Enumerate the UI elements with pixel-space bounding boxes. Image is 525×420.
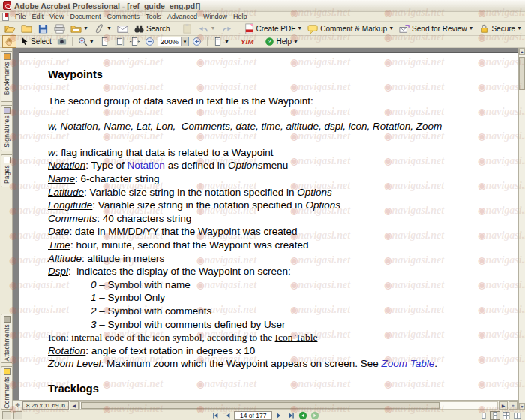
first-page-button[interactable] <box>210 411 220 420</box>
doc-text: – Symbol with comments <box>97 305 212 316</box>
snapshot-tool-button[interactable] <box>55 35 69 48</box>
yahoo-messenger-button[interactable]: Y!M <box>238 36 256 47</box>
menu-document[interactable]: Document <box>67 12 104 21</box>
previous-view-button[interactable] <box>298 411 308 420</box>
zoom-in-icon <box>192 37 202 46</box>
continuous-facing-icon <box>502 412 510 419</box>
menu-window[interactable]: Window <box>200 12 230 21</box>
previous-page-button[interactable] <box>222 411 232 420</box>
email-button[interactable] <box>115 22 130 36</box>
menu-file[interactable]: File <box>12 12 29 21</box>
menu-advanced[interactable]: Advanced <box>164 12 200 21</box>
doc-line: Notation: Type of Notation as defined in… <box>48 159 506 172</box>
tab-pages[interactable]: Pages <box>1 154 12 188</box>
tab-bookmarks[interactable]: Bookmarks <box>1 51 12 102</box>
help-button[interactable]: ? Help ▼ <box>262 35 301 48</box>
redo-icon <box>221 23 232 34</box>
menu-comments[interactable]: Comments <box>104 12 142 21</box>
zoom-level-combobox[interactable]: 200% ▼ <box>158 37 189 46</box>
document-status-icon[interactable] <box>2 411 11 419</box>
doc-text: 3 <box>91 319 97 330</box>
print-button[interactable] <box>52 22 68 36</box>
scroll-down-button[interactable]: ▼ <box>519 403 525 410</box>
scroll-left-button[interactable]: ◀ <box>70 401 79 410</box>
last-page-icon <box>287 412 296 419</box>
zoom-tool-dropdown-button[interactable]: ▼ <box>76 35 97 48</box>
doc-text: Icon Table <box>275 332 318 343</box>
zoom-out-button[interactable] <box>142 35 157 48</box>
organizer-dropdown-button[interactable]: ▼ <box>68 22 91 36</box>
secure-label: Secure <box>491 25 515 33</box>
single-page-layout-button[interactable] <box>478 411 489 420</box>
continuous-layout-button[interactable] <box>490 411 500 420</box>
organizer-icon <box>70 23 82 34</box>
comment-markup-button[interactable]: Comment & Markup ▼ <box>305 22 396 36</box>
horizontal-scrollbar: ✛ 8.26 x 11.69 in ◀ ▶ » <box>13 400 518 410</box>
zoom-in-button[interactable] <box>190 35 204 48</box>
menu-tools[interactable]: Tools <box>142 12 164 21</box>
toolbar-separator <box>235 37 236 46</box>
secure-button[interactable]: Secure ▼ <box>476 22 524 36</box>
fit-page-icon <box>115 37 124 46</box>
page-number-field[interactable]: 14 of 177 <box>234 411 272 420</box>
doc-text: Time <box>48 239 70 250</box>
navigation-panel-tabs: Bookmarks Signatures Pages Attachments C… <box>0 48 13 410</box>
chevron-down-icon[interactable]: ▼ <box>181 38 188 46</box>
open-button[interactable] <box>2 22 18 36</box>
doc-text: Options <box>305 200 340 211</box>
redo-button[interactable] <box>219 22 235 36</box>
actual-size-button[interactable] <box>98 35 112 48</box>
fit-page-button[interactable] <box>112 35 127 48</box>
doc-link[interactable]: Notation <box>128 160 165 171</box>
doc-link[interactable]: Zoom Table <box>381 358 434 369</box>
save-button[interactable] <box>35 22 51 36</box>
section-heading-waypoints: Waypoints <box>48 68 506 82</box>
definition-list: w: flag indicating that data is related … <box>48 146 506 370</box>
dropdown-arrow-icon: ▼ <box>517 26 522 31</box>
clipboard-button[interactable] <box>179 22 195 36</box>
menu-edit[interactable]: Edit <box>29 12 47 21</box>
next-page-button[interactable] <box>274 411 284 420</box>
select-tool-button[interactable]: Select <box>17 35 54 48</box>
clipboard-icon <box>182 23 193 34</box>
fit-width-button[interactable] <box>128 35 142 48</box>
create-pdf-label: Create PDF <box>256 25 296 33</box>
menu-view[interactable]: View <box>46 12 67 21</box>
menu-help[interactable]: Help <box>230 12 250 21</box>
last-page-button[interactable] <box>286 411 296 420</box>
doc-text: 2 <box>91 305 97 316</box>
horizontal-scroll-track[interactable] <box>80 401 498 410</box>
next-view-button[interactable] <box>310 411 320 420</box>
hand-tool-button[interactable] <box>2 35 16 48</box>
previous-view-icon <box>298 411 308 420</box>
tab-pages-label: Pages <box>3 165 10 184</box>
page-display-dropdown-button[interactable]: ▼ <box>211 35 232 48</box>
scroll-up-button[interactable]: ▲ <box>519 48 525 55</box>
comment-bubble-icon <box>308 23 319 34</box>
single-page-icon <box>480 412 488 419</box>
horizontal-scroll-thumb[interactable] <box>81 402 440 409</box>
create-pdf-button[interactable]: Create PDF ▼ <box>242 22 305 36</box>
facing-layout-button[interactable] <box>512 411 523 420</box>
send-for-review-button[interactable]: Send for Review ▼ <box>397 22 476 36</box>
comment-markup-label: Comment & Markup <box>320 25 387 33</box>
scroll-right-button[interactable]: ▶ <box>499 401 508 410</box>
pdf-page: Waypoints The second group of data saved… <box>19 52 518 400</box>
pan-handle-icon[interactable]: ✛ <box>14 402 22 409</box>
continuous-facing-layout-button[interactable] <box>501 411 512 420</box>
tab-comments[interactable]: Comments <box>1 366 12 410</box>
expand-scrollbar-button[interactable]: » <box>508 401 518 410</box>
tab-signatures[interactable]: Signatures <box>1 105 12 152</box>
attach-dropdown-button[interactable]: ▼ <box>92 22 114 36</box>
doc-line: Altitude: altitude in meters <box>48 252 506 266</box>
doc-text: Altitude <box>48 253 82 264</box>
paperclip-icon <box>94 23 105 34</box>
undo-dropdown-button[interactable]: ▼ <box>196 22 218 36</box>
organizer-open-button[interactable] <box>19 22 34 36</box>
vertical-scroll-thumb[interactable] <box>519 57 525 90</box>
tab-attachments[interactable]: Attachments <box>1 314 12 363</box>
lock-icon <box>478 23 490 34</box>
doc-line: Longitude: Variable size string in the n… <box>48 199 506 212</box>
search-button[interactable]: Search <box>131 22 172 36</box>
security-status-icon[interactable] <box>14 411 22 419</box>
